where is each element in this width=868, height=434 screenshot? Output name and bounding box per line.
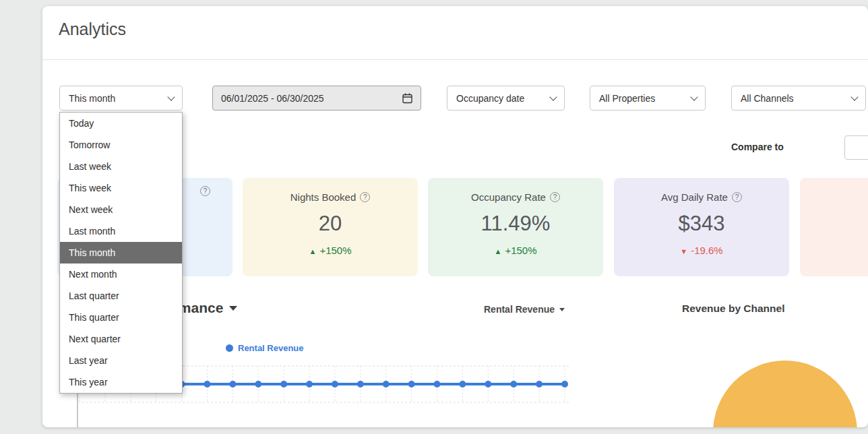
period-select-value: This month (69, 93, 115, 104)
help-icon[interactable]: ? (200, 186, 210, 196)
dropdown-option-next-week[interactable]: Next week (60, 199, 182, 220)
kpi-delta: ▼ -19.6% (614, 245, 789, 256)
kpi-label: Avg Daily Rate (661, 191, 728, 203)
arrow-up-icon: ▲ (309, 247, 316, 255)
help-icon[interactable]: ? (550, 192, 560, 202)
dropdown-option-last-month[interactable]: Last month (60, 220, 182, 242)
dropdown-option-last-year[interactable]: Last year (60, 350, 182, 371)
kpi-card-nights-booked: Nights Booked ? 20 ▲ +150% (243, 178, 418, 276)
chevron-down-icon (167, 93, 175, 100)
properties-select[interactable]: All Properties (590, 86, 706, 111)
compare-to-label: Compare to (731, 142, 826, 152)
dropdown-option-this-month[interactable]: This month (60, 242, 182, 264)
revenue-by-channel-title: Revenue by Channel (682, 303, 784, 315)
legend-rental-revenue[interactable]: Rental Revenue (226, 343, 304, 353)
page-title: Analytics (59, 20, 126, 39)
metric-select[interactable]: Rental Revenue (484, 304, 565, 315)
chevron-down-icon (549, 93, 557, 100)
period-select[interactable]: This month (59, 86, 183, 111)
compare-to-select[interactable] (844, 135, 868, 160)
kpi-card-avg-daily-rate: Avg Daily Rate ? $343 ▼ -19.6% (614, 178, 789, 276)
date-range-input[interactable]: 06/01/2025 - 06/30/2025 (212, 86, 421, 111)
kpi-value: $343 (614, 212, 789, 236)
caret-down-icon (559, 308, 565, 311)
analytics-panel: Analytics This month 06/01/2025 - 06/30/… (42, 6, 868, 427)
help-icon[interactable]: ? (732, 192, 742, 202)
kpi-delta: ▲ +150% (428, 245, 603, 256)
arrow-down-icon: ▼ (680, 247, 687, 255)
dropdown-option-today[interactable]: Today (60, 113, 182, 134)
revenue-pie-slice (713, 361, 857, 427)
date-basis-value: Occupancy date (456, 93, 524, 104)
dropdown-option-last-week[interactable]: Last week (60, 156, 182, 177)
dropdown-option-this-week[interactable]: This week (60, 177, 182, 199)
dropdown-option-this-year[interactable]: This year (60, 371, 182, 393)
kpi-delta: ▲ +150% (243, 245, 418, 256)
chevron-down-icon (850, 93, 858, 100)
dropdown-option-tomorrow[interactable]: Tomorrow (60, 134, 182, 156)
legend-dot-icon (226, 344, 233, 352)
chevron-down-icon (690, 93, 698, 100)
kpi-value: 11.49% (428, 212, 603, 236)
arrow-up-icon: ▲ (494, 247, 501, 255)
caret-down-icon (229, 306, 237, 311)
period-dropdown-menu: Today Tomorrow Last week This week Next … (59, 112, 183, 394)
divider (42, 59, 868, 60)
date-range-value: 06/01/2025 - 06/30/2025 (221, 93, 324, 104)
calendar-icon (402, 93, 412, 104)
date-basis-select[interactable]: Occupancy date (447, 86, 565, 111)
dropdown-option-next-quarter[interactable]: Next quarter (60, 328, 182, 350)
kpi-value: 20 (243, 212, 418, 236)
kpi-card-occupancy-rate: Occupancy Rate ? 11.49% ▲ +150% (428, 178, 603, 276)
dropdown-option-last-quarter[interactable]: Last quarter (60, 285, 182, 307)
kpi-label: Nights Booked (290, 191, 356, 203)
help-icon[interactable]: ? (360, 192, 370, 202)
dropdown-option-next-month[interactable]: Next month (60, 264, 182, 285)
channels-select[interactable]: All Channels (731, 86, 866, 111)
properties-value: All Properties (599, 93, 655, 104)
dropdown-option-this-quarter[interactable]: This quarter (60, 307, 182, 328)
channels-value: All Channels (741, 93, 794, 104)
kpi-card-cutoff (800, 178, 868, 276)
kpi-label: Occupancy Rate (471, 191, 546, 203)
